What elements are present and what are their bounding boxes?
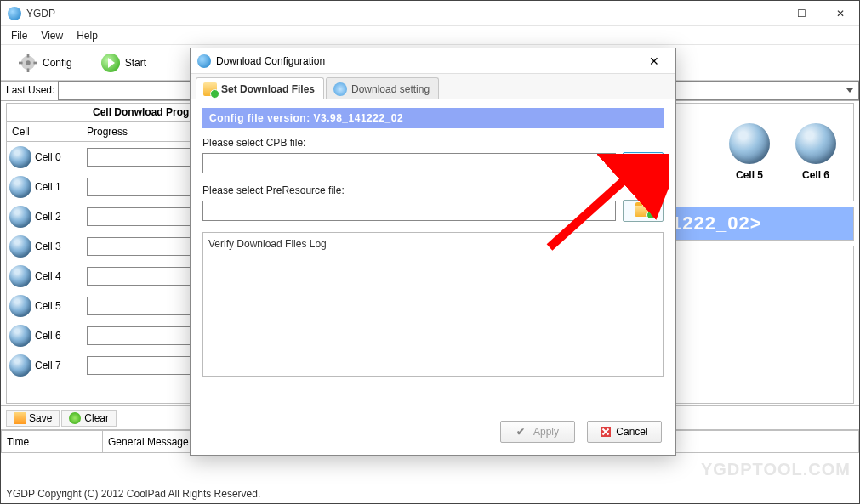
cell-name: Cell 7 <box>35 360 61 371</box>
cell-name: Cell 2 <box>35 211 61 223</box>
dialog-close-button[interactable]: ✕ <box>640 50 669 72</box>
app-title: YGDP <box>26 8 55 20</box>
download-config-dialog: Download Configuration ✕ Set Download Fi… <box>190 48 676 456</box>
menu-help[interactable]: Help <box>70 28 105 43</box>
save-button[interactable]: Save <box>6 410 60 427</box>
menu-view[interactable]: View <box>34 28 70 43</box>
cell-name: Cell 0 <box>35 151 61 163</box>
cell-name: Cell 3 <box>35 241 61 252</box>
browse-cpb-button[interactable] <box>623 152 664 174</box>
app-icon <box>8 7 21 20</box>
menubar: File View Help <box>1 26 859 45</box>
maximize-button[interactable]: ☐ <box>783 1 821 25</box>
tab-label: Set Download Files <box>221 83 315 95</box>
last-used-label: Last Used: <box>1 81 58 100</box>
play-icon <box>101 54 120 72</box>
cell-name: Cell 4 <box>35 270 61 282</box>
preresource-file-input[interactable] <box>202 201 616 221</box>
browse-preresource-button[interactable] <box>623 200 664 222</box>
verify-log-box: Verify Download Files Log <box>202 232 664 377</box>
minimize-button[interactable]: ─ <box>744 1 783 25</box>
globe-icon <box>729 123 770 164</box>
config-version-bar: Config file version: V3.98_141222_02 <box>202 108 664 128</box>
globe-icon <box>9 235 31 258</box>
folder-plus-icon <box>203 82 217 96</box>
start-button[interactable]: Start <box>90 49 157 76</box>
globe-icon <box>9 146 31 168</box>
tab-download-setting[interactable]: Download setting <box>326 77 439 99</box>
folder-icon <box>635 157 652 169</box>
svg-point-1 <box>26 60 31 65</box>
globe-icon <box>9 295 31 317</box>
config-label: Config <box>43 57 72 69</box>
gears-icon <box>333 82 347 96</box>
globe-icon <box>795 123 836 164</box>
clear-button[interactable]: Clear <box>61 410 117 427</box>
cancel-label: Cancel <box>616 426 647 438</box>
cancel-icon <box>601 427 611 437</box>
dialog-titlebar: Download Configuration ✕ <box>191 48 675 74</box>
save-label: Save <box>29 412 52 424</box>
save-icon <box>14 412 26 424</box>
globe-icon <box>9 354 31 377</box>
globe-icon <box>9 265 31 287</box>
status-bar: YGDP Copyright (C) 2012 CoolPad All Righ… <box>6 488 260 500</box>
dialog-icon <box>197 54 211 68</box>
col-cell: Cell <box>7 122 83 141</box>
dialog-buttons: ✔Apply Cancel <box>500 421 662 443</box>
cell-card-5[interactable]: Cell 5 <box>729 123 770 181</box>
titlebar: YGDP ─ ☐ ✕ <box>1 1 859 26</box>
clear-label: Clear <box>84 412 109 424</box>
cell-name: Cell 1 <box>35 181 61 193</box>
globe-icon <box>9 325 31 347</box>
globe-icon <box>9 206 31 228</box>
globe-icon <box>9 176 31 198</box>
version-fragment: 1222_02> <box>666 207 853 240</box>
refresh-icon <box>69 412 81 424</box>
cell-label: Cell 6 <box>802 169 829 181</box>
cpb-label: Please select CPB file: <box>202 137 664 149</box>
cell-label: Cell 5 <box>736 169 763 181</box>
dialog-tabs: Set Download Files Download setting <box>191 74 675 99</box>
dialog-body: Config file version: V3.98_141222_02 Ple… <box>191 99 675 385</box>
menu-file[interactable]: File <box>4 28 34 43</box>
dialog-title: Download Configuration <box>216 55 325 67</box>
start-label: Start <box>125 57 146 69</box>
config-button[interactable]: Config <box>8 49 83 76</box>
col-time: Time <box>1 430 103 453</box>
cell-name: Cell 5 <box>35 300 61 312</box>
tab-label: Download setting <box>351 83 430 95</box>
cancel-button[interactable]: Cancel <box>587 421 662 443</box>
cell-card-6[interactable]: Cell 6 <box>795 123 836 181</box>
folder-plus-icon <box>635 205 652 217</box>
apply-button[interactable]: ✔Apply <box>500 421 575 443</box>
cpb-file-input[interactable] <box>202 153 616 173</box>
verify-log-label: Verify Download Files Log <box>208 238 327 250</box>
cell-name: Cell 6 <box>35 330 61 342</box>
watermark: YGDPTOOL.COM <box>701 460 851 479</box>
preresource-label: Please select PreResource file: <box>202 184 664 196</box>
apply-label: Apply <box>533 426 559 438</box>
close-button[interactable]: ✕ <box>821 1 859 25</box>
check-icon: ✔ <box>516 426 528 438</box>
gear-icon <box>19 54 37 72</box>
tab-set-download-files[interactable]: Set Download Files <box>196 77 324 99</box>
